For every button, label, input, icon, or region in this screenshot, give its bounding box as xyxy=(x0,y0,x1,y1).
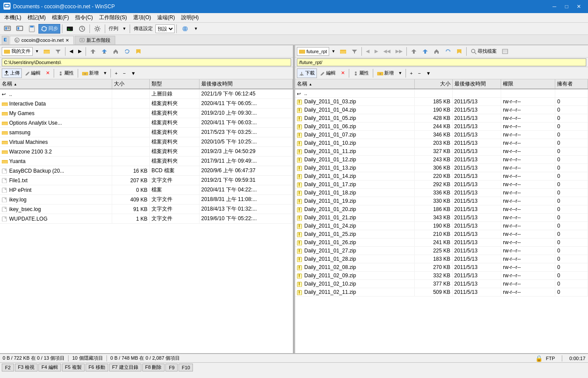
tb-globe-dropdown[interactable]: ▾ xyxy=(193,24,199,34)
right-newfolder[interactable]: 新增 xyxy=(375,68,396,78)
right-file-row[interactable]: Daily_2011_01_03.zip 185 KB 2011/5/13 rw… xyxy=(295,98,588,106)
f7-btn[interactable]: F7 建立目錄 xyxy=(109,364,141,371)
left-root[interactable] xyxy=(99,47,110,56)
right-bookmark[interactable] xyxy=(454,47,464,56)
menu-help[interactable]: 說明(H) xyxy=(179,13,202,22)
f5-btn[interactable]: F5 複製 xyxy=(62,364,85,371)
right-back[interactable]: ◀ xyxy=(364,47,371,56)
right-sort[interactable]: ▼ xyxy=(424,68,433,78)
f6-btn[interactable]: F6 移動 xyxy=(86,364,108,371)
right-file-row[interactable]: Daily_2011_01_12.zip 243 KB 2011/5/13 rw… xyxy=(295,156,588,164)
right-search[interactable]: 尋找檔案 xyxy=(468,47,499,56)
left-upload[interactable]: 上傳 xyxy=(2,68,22,78)
right-file-row[interactable]: Daily_2011_01_05.zip 428 KB 2011/5/13 rw… xyxy=(295,114,588,123)
menu-mark[interactable]: 標記(M) xyxy=(25,13,48,22)
right-col-permissions[interactable]: 權限 xyxy=(501,79,555,89)
right-parent[interactable] xyxy=(409,47,419,56)
right-file-row[interactable]: Daily_2011_02_10.zip 377 KB 2011/5/13 rw… xyxy=(295,280,588,288)
tb-terminal[interactable]: >_ xyxy=(64,24,76,34)
left-file-row[interactable]: Options Analytix Use... 檔案資料夾 2020/4/11 … xyxy=(0,118,293,128)
f4-btn[interactable]: F4 編輯 xyxy=(38,364,61,371)
menu-command[interactable]: 指令(C) xyxy=(72,13,96,22)
right-file-row[interactable]: Daily_2011_01_11.zip 327 KB 2011/5/13 rw… xyxy=(295,147,588,156)
tb-sync[interactable]: 同步 xyxy=(38,24,60,34)
left-newfolder[interactable]: 新增 xyxy=(80,68,101,78)
menu-remote[interactable]: 遠端(R) xyxy=(155,13,178,22)
right-filter[interactable] xyxy=(349,47,360,56)
left-file-row[interactable]: ↩.. 上層目錄 2021/1/9 下午 06:12:45 xyxy=(0,89,293,99)
right-refresh[interactable] xyxy=(443,47,453,56)
f10-btn[interactable]: F10 xyxy=(179,364,193,371)
tab-new-session[interactable]: 新工作階段 xyxy=(75,36,115,44)
left-file-row[interactable]: Warzone 2100 3.2 檔案資料夾 2019/2/3 上午 04:50… xyxy=(0,147,293,157)
right-file-row[interactable]: Daily_2011_01_07.zip 346 KB 2011/5/13 rw… xyxy=(295,131,588,139)
right-file-row[interactable]: Daily_2011_02_09.zip 332 KB 2011/5/13 rw… xyxy=(295,272,588,280)
left-minus[interactable]: − xyxy=(120,68,127,78)
left-file-row[interactable]: ikey.log 409 KB 文字文件 2018/8/31 上午 11:08:… xyxy=(0,195,293,204)
right-file-row[interactable]: Daily_2011_01_20.zip 186 KB 2011/5/13 rw… xyxy=(295,205,588,214)
left-file-row[interactable]: Virtual Machines 檔案資料夾 2020/10/5 下午 10:2… xyxy=(0,137,293,147)
left-path-input[interactable] xyxy=(2,58,291,66)
menu-file[interactable]: 檔案(F) xyxy=(49,13,72,22)
left-newfile-dropdown[interactable]: ▾ xyxy=(102,68,109,78)
f8-btn[interactable]: F8 刪除 xyxy=(142,364,165,371)
left-file-row[interactable]: Interactive Data 檔案資料夾 2020/4/11 下午 06:0… xyxy=(0,99,293,109)
right-download[interactable]: 下載 xyxy=(297,68,317,78)
maximize-button[interactable]: □ xyxy=(561,2,572,11)
right-file-row[interactable]: Daily_2011_01_28.zip 183 KB 2011/5/13 rw… xyxy=(295,255,588,263)
right-file-row[interactable]: Daily_2011_01_21.zip 343 KB 2011/5/13 rw… xyxy=(295,214,588,222)
right-forward2[interactable]: ▶▶ xyxy=(393,47,405,56)
left-col-name[interactable]: 名稱 ▲ xyxy=(0,79,112,89)
left-bookmark[interactable] xyxy=(133,47,144,56)
menu-local[interactable]: 本機(L) xyxy=(2,13,24,22)
left-delete[interactable]: ✕ xyxy=(44,68,52,78)
tab-session-1[interactable]: 🖥 cocoin@coco-in.net ✕ xyxy=(10,36,74,44)
right-file-list[interactable]: 名稱 ▲ 大小 最後修改時間 權限 擁有者 ↩.. Daily_2011_01_… xyxy=(295,79,588,353)
right-col-owner[interactable]: 擁有者 xyxy=(555,79,588,89)
tb-open-session[interactable] xyxy=(14,24,25,34)
menu-options[interactable]: 選項(O) xyxy=(131,13,154,22)
right-file-row[interactable]: Daily_2011_01_10.zip 203 KB 2011/5/13 rw… xyxy=(295,139,588,147)
right-file-row[interactable]: Daily_2011_01_13.zip 306 KB 2011/5/13 rw… xyxy=(295,164,588,172)
tb-preferences[interactable] xyxy=(92,24,103,34)
left-col-modified[interactable]: 最後修改時間 xyxy=(199,79,293,89)
left-file-row[interactable]: HP ePrint 0 KB 檔案 2020/4/11 下午 04:22:... xyxy=(0,185,293,195)
right-file-row[interactable]: Daily_2011_01_27.zip 225 KB 2011/5/13 rw… xyxy=(295,247,588,255)
tb-queue-dropdown[interactable]: ▾ xyxy=(121,24,128,34)
right-edit[interactable]: 編輯 xyxy=(318,68,338,78)
f9-btn[interactable]: F9 xyxy=(165,364,178,371)
left-parent[interactable] xyxy=(88,47,98,56)
right-col-name[interactable]: 名稱 ▲ xyxy=(295,79,414,89)
right-file-row[interactable]: Daily_2011_01_04.zip 190 KB 2011/5/13 rw… xyxy=(295,106,588,114)
left-col-type[interactable]: 類型 xyxy=(149,79,199,89)
right-file-row[interactable]: Daily_2011_01_14.zip 220 KB 2011/5/13 rw… xyxy=(295,172,588,180)
left-file-row[interactable]: EasyBCD Backup (20... 16 KB BCD 檔案 2020/… xyxy=(0,166,293,176)
close-button[interactable]: ✕ xyxy=(573,2,585,11)
left-path-dropdown[interactable]: ▾ xyxy=(34,47,41,56)
tb-save-workspace[interactable] xyxy=(26,24,38,34)
left-back[interactable]: ◀ xyxy=(67,47,75,56)
right-file-row[interactable]: Daily_2011_01_24.zip 190 KB 2011/5/13 rw… xyxy=(295,222,588,230)
left-edit[interactable]: 編輯 xyxy=(23,68,43,78)
right-list-view[interactable] xyxy=(500,47,510,56)
left-sort[interactable]: ▼ xyxy=(129,68,138,78)
left-home[interactable] xyxy=(110,47,121,56)
left-file-list[interactable]: 名稱 ▲ 大小 類型 最後修改時間 ↩.. 上層目錄 2021/1/9 下午 0… xyxy=(0,79,293,353)
left-filter[interactable] xyxy=(53,47,63,56)
right-file-row[interactable]: Daily_2011_01_17.zip 292 KB 2011/5/13 rw… xyxy=(295,180,588,189)
right-file-row[interactable]: Daily_2011_02_11.zip 509 KB 2011/5/13 rw… xyxy=(295,288,588,296)
tb-keepuptodate[interactable] xyxy=(76,24,88,34)
menu-session[interactable]: 工作階段(S) xyxy=(96,13,130,22)
left-file-row[interactable]: samsung 檔案資料夾 2017/5/23 下午 03:25:... xyxy=(0,128,293,137)
transfer-select[interactable]: 預設 xyxy=(155,24,175,33)
right-col-modified[interactable]: 最後修改時間 xyxy=(452,79,501,89)
right-file-row[interactable]: Daily_2011_01_26.zip 241 KB 2011/5/13 rw… xyxy=(295,238,588,247)
right-home[interactable] xyxy=(431,47,442,56)
left-open-folder[interactable] xyxy=(41,47,52,56)
right-file-row[interactable]: Daily_2011_02_08.zip 270 KB 2011/5/13 rw… xyxy=(295,263,588,272)
left-col-size[interactable]: 大小 xyxy=(112,79,150,89)
right-delete[interactable]: ✕ xyxy=(339,68,347,78)
right-file-row[interactable]: Daily_2011_01_19.zip 330 KB 2011/5/13 rw… xyxy=(295,197,588,205)
right-forward[interactable]: ▶ xyxy=(372,47,380,56)
left-forward[interactable]: ▶ xyxy=(76,47,84,56)
